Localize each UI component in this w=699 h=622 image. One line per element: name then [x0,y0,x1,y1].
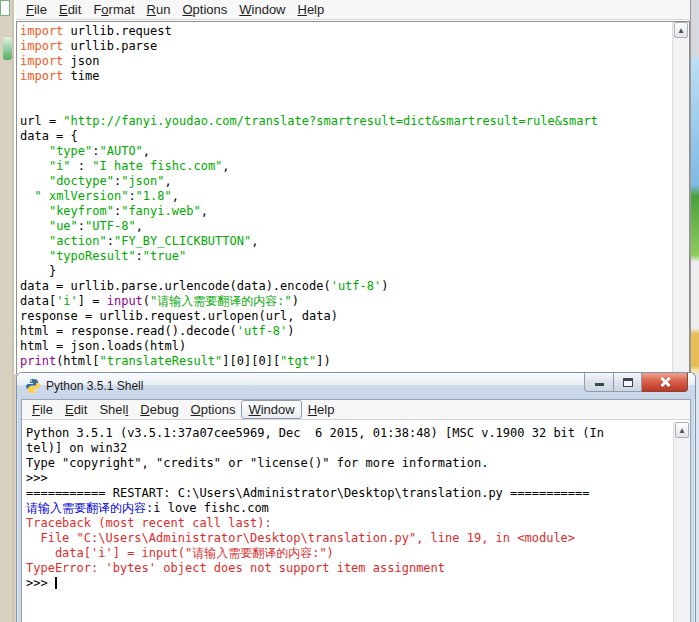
code-segment: print [20,354,56,368]
editor-window: FileEditFormatRunOptionsWindowHelp impor… [14,0,691,374]
background-icon-fragment [3,37,12,60]
menu-item-window[interactable]: Window [241,400,301,419]
code-line: } [20,264,671,279]
code-segment: url = [20,114,63,128]
code-segment: : [128,189,135,203]
code-line: "i" : "I hate fishc.com", [20,159,671,174]
menu-item-run[interactable]: Run [141,1,177,18]
shell-output-pane[interactable]: Python 3.5.1 (v3.5.1:37a07cee5969, Dec 6… [26,426,672,622]
shell-scrollbar[interactable]: ▲ [673,422,690,622]
code-line [20,99,671,114]
scroll-up-button[interactable]: ▲ [674,22,688,38]
shell-titlebar[interactable]: Python 3.5.1 Shell [17,373,695,399]
code-segment: "i" [49,159,71,173]
code-segment: ) [381,279,388,293]
menu-item-options[interactable]: Options [185,401,242,418]
menu-item-file[interactable]: File [26,401,59,418]
minimize-icon [595,383,604,386]
python-icon [25,378,41,394]
shell-window: Python 3.5.1 Shell FileEditShellDebugOpt… [16,372,696,622]
close-icon [659,376,671,388]
code-segment: "fanyi.web" [121,204,200,218]
code-line: "type":"AUTO", [20,144,671,159]
code-segment [20,249,49,263]
text-cursor [55,577,57,589]
code-segment: "FY_BY_CLICKBUTTON" [114,234,251,248]
code-segment [20,144,49,158]
close-button[interactable] [642,373,688,392]
code-line: data['i'] = input("请输入需要翻译的内容:") [20,294,671,309]
code-line: url = "http://fanyi.youdao.com/translate… [20,114,671,129]
code-line: " xmlVersion":"1.8", [20,189,671,204]
scroll-up-icon: ▲ [677,26,685,35]
editor-text-area[interactable]: import urllib.requestimport urllib.parse… [16,21,690,374]
menu-item-debug[interactable]: Debug [134,401,184,418]
code-segment: ]) [316,354,330,368]
code-line: Type "copyright", "credits" or "license(… [26,456,672,471]
scroll-up-button[interactable]: ▲ [675,422,689,438]
code-segment: "1.8" [136,189,172,203]
minimize-button[interactable] [584,373,614,392]
code-segment: , [136,219,143,233]
menu-item-options[interactable]: Options [176,1,233,18]
menu-item-help[interactable]: Help [292,1,331,18]
code-segment: data['i'] = input("请输入需要翻译的内容:") [26,546,334,560]
editor-menubar: FileEditFormatRunOptionsWindowHelp [16,0,690,20]
menu-item-shell[interactable]: Shell [93,401,134,418]
menu-item-file[interactable]: File [20,1,53,18]
editor-code-pane[interactable]: import urllib.requestimport urllib.parse… [20,24,671,374]
code-segment: 'utf-8' [331,279,382,293]
editor-scrollbar[interactable]: ▲ [672,22,689,374]
code-segment: } [20,264,56,278]
code-segment: "UTF-8" [85,219,136,233]
code-segment: Python 3.5.1 (v3.5.1:37a07cee5969, Dec 6… [26,426,604,440]
code-segment [20,204,49,218]
shell-body: FileEditShellDebugOptionsWindowHelp Pyth… [21,399,691,622]
code-segment: tel)] on win32 [26,441,127,455]
code-line: import urllib.request [20,24,671,39]
code-segment [20,174,49,188]
code-segment: time [63,69,99,83]
code-segment: "http://fanyi.youdao.com/translate?smart… [63,114,598,128]
code-segment: Traceback (most recent call last): [26,516,272,530]
code-line: import urllib.parse [20,39,671,54]
code-line: 请输入需要翻译的内容:i love fishc.com [26,501,672,516]
shell-text-area[interactable]: Python 3.5.1 (v3.5.1:37a07cee5969, Dec 6… [22,422,690,622]
code-segment: ( [143,294,150,308]
code-line: print(html["translateResult"][0][0]["tgt… [20,354,671,369]
code-segment: , [165,174,172,188]
code-line: response = urllib.request.urlopen(url, d… [20,309,671,324]
code-segment: >>> [26,576,55,590]
code-segment: "true" [143,249,186,263]
code-line: Traceback (most recent call last): [26,516,672,531]
code-line [20,84,671,99]
maximize-button[interactable] [614,373,642,392]
code-line: =========== RESTART: C:\Users\Administra… [26,486,672,501]
code-segment: 请输入需要翻译的内容: [26,501,153,515]
menu-item-edit[interactable]: Edit [53,1,87,18]
code-segment: urllib.request [63,24,171,38]
code-segment: "action" [49,234,107,248]
code-segment [20,219,49,233]
code-segment: input [107,294,143,308]
code-segment: : [78,219,85,233]
menu-item-edit[interactable]: Edit [59,401,93,418]
code-segment [20,159,49,173]
code-segment: import [20,54,63,68]
code-segment: File "C:\Users\Administrator\Desktop\tra… [26,531,575,545]
code-line: html = response.read().decode('utf-8') [20,324,671,339]
code-line: File "C:\Users\Administrator\Desktop\tra… [26,531,672,546]
code-segment: Type "copyright", "credits" or "license(… [26,456,488,470]
code-line: "action":"FY_BY_CLICKBUTTON", [20,234,671,249]
code-segment: "AUTO" [100,144,143,158]
window-title: Python 3.5.1 Shell [46,379,143,393]
code-line: tel)] on win32 [26,441,672,456]
menu-item-help[interactable]: Help [302,401,341,418]
code-segment: json [63,54,99,68]
code-line: "ue":"UTF-8", [20,219,671,234]
code-segment: import [20,39,63,53]
code-segment: data[ [20,294,56,308]
menu-item-format[interactable]: Format [87,1,140,18]
code-line: import json [20,54,671,69]
menu-item-window[interactable]: Window [233,1,291,18]
